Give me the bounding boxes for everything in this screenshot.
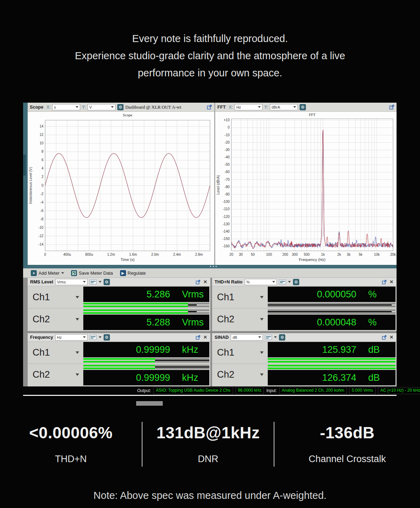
meter-display: 5.286Vrms: [83, 287, 209, 302]
channel-selector[interactable]: Ch2: [212, 309, 268, 330]
close-icon[interactable]: ✕: [389, 335, 394, 340]
channel-selector[interactable]: Ch1: [212, 287, 268, 308]
close-icon[interactable]: ✕: [203, 279, 208, 284]
fft-panel-header: FFT X: Hz Y: dBrA ⚙: [215, 103, 397, 112]
display-mode-icon[interactable]: [265, 335, 272, 340]
svg-text:+10: +10: [224, 118, 230, 122]
channel-selector[interactable]: Ch2: [28, 309, 83, 330]
svg-text:-80: -80: [225, 185, 230, 189]
scope-y-unit-select[interactable]: V: [88, 104, 115, 110]
plot-area: Scope X: s Y: V ⚙ Dashboard @ XLR OUT A-…: [23, 103, 397, 265]
svg-text:20: 20: [229, 253, 233, 256]
dock-handle[interactable]: [23, 155, 26, 176]
svg-text:0: 0: [41, 184, 43, 187]
meter-display: 125.937dB: [268, 342, 396, 357]
svg-text:-160: -160: [223, 244, 230, 248]
fft-y-unit-select[interactable]: dBrA: [270, 104, 298, 110]
svg-text:50: 50: [251, 253, 255, 256]
output-label: Output:: [137, 388, 151, 393]
svg-text:8: 8: [41, 150, 43, 153]
gear-icon[interactable]: ⚙: [117, 104, 124, 110]
channel-row: Ch1 0.000050%: [212, 287, 397, 308]
svg-text:-110: -110: [223, 207, 230, 211]
meter-unit-select[interactable]: dB: [231, 334, 263, 341]
chevron-down-icon: [61, 272, 64, 274]
popout-icon[interactable]: [196, 335, 201, 340]
channel-row: Ch1 0.99999kHz: [28, 342, 210, 363]
level-bar: [268, 365, 396, 369]
gear-icon[interactable]: ⚙: [300, 104, 306, 110]
channel-selector[interactable]: Ch1: [28, 342, 83, 363]
close-icon[interactable]: ✕: [389, 279, 394, 284]
regulate-button[interactable]: ▶ Regulate: [118, 269, 148, 277]
chevron-down-icon: [99, 336, 102, 338]
svg-text:2k: 2k: [337, 253, 342, 256]
svg-text:3k: 3k: [347, 253, 351, 256]
svg-text:10: 10: [40, 141, 44, 145]
gear-icon[interactable]: ⚙: [293, 279, 299, 285]
svg-text:-10: -10: [38, 226, 44, 229]
svg-text:Frequency (Hz): Frequency (Hz): [299, 258, 326, 262]
y-axis-label: Y:: [82, 105, 86, 110]
close-icon[interactable]: ✕: [203, 335, 208, 340]
gear-icon[interactable]: ⚙: [279, 334, 285, 341]
svg-text:-100: -100: [223, 200, 230, 204]
meter-unit-select[interactable]: Vrms: [55, 279, 88, 285]
add-meter-button[interactable]: + Add Meter: [29, 269, 66, 277]
scope-x-unit-select[interactable]: s: [52, 104, 80, 110]
meters-area: RMS Level Vrms ⚙ ✕ Ch1 5.286Vrms: [23, 278, 397, 386]
svg-text:10k: 10k: [374, 253, 380, 256]
meter-display: 0.99999kHz: [83, 370, 209, 385]
save-meter-data-button[interactable]: Save Meter Data: [69, 269, 115, 277]
plus-icon: +: [31, 270, 37, 276]
headline-line-3: performance in your own space.: [0, 64, 420, 82]
display-mode-icon[interactable]: [90, 335, 97, 340]
level-bar: [83, 303, 209, 307]
svg-text:Scope: Scope: [123, 113, 132, 117]
spec-value: -136dB: [320, 423, 374, 442]
popout-icon[interactable]: [382, 335, 387, 340]
headline: Every note is faithfully reproduced. Exp…: [0, 0, 420, 82]
svg-text:1k: 1k: [321, 253, 325, 256]
svg-text:2.0m: 2.0m: [151, 253, 159, 256]
channel-selector[interactable]: Ch1: [28, 287, 83, 308]
channel-row: Ch2 0.000048%: [212, 308, 397, 330]
svg-text:100: 100: [266, 253, 272, 256]
svg-text:500: 500: [304, 253, 310, 256]
meter-unit-select[interactable]: %: [245, 279, 277, 285]
x-axis-label: X:: [229, 105, 233, 110]
chevron-down-icon: [293, 106, 296, 108]
svg-text:-40: -40: [225, 155, 230, 159]
svg-text:-30: -30: [225, 148, 230, 152]
meter-title: THD+N Ratio: [215, 279, 243, 284]
chevron-down-icon: [274, 336, 277, 338]
popout-icon[interactable]: [389, 104, 394, 110]
channel-selector[interactable]: Ch2: [28, 364, 83, 385]
svg-text:-150: -150: [223, 237, 230, 241]
play-icon: ▶: [120, 270, 126, 276]
popout-icon[interactable]: [382, 280, 387, 284]
display-mode-icon[interactable]: [279, 280, 286, 284]
meter-unit-select[interactable]: Hz: [55, 334, 88, 341]
svg-text:-12: -12: [38, 234, 44, 238]
meter-display: 0.000048%: [268, 315, 396, 330]
svg-text:200: 200: [282, 253, 288, 256]
fft-x-unit-select[interactable]: Hz: [234, 104, 262, 110]
splitter-bar[interactable]: [23, 265, 397, 268]
channel-selector[interactable]: Ch2: [212, 364, 268, 385]
gear-icon[interactable]: ⚙: [104, 334, 110, 341]
display-mode-icon[interactable]: [90, 280, 97, 284]
level-bar: [83, 365, 209, 369]
popout-icon[interactable]: [207, 104, 212, 110]
y-axis-label: Y:: [264, 105, 268, 110]
level-bar: [268, 303, 396, 307]
input-device-value: Analog Balanced 2 Ch, 200 kohm: [279, 387, 347, 394]
gear-icon[interactable]: ⚙: [104, 279, 110, 285]
svg-text:2: 2: [41, 175, 43, 179]
svg-text:Level (dBrA): Level (dBrA): [216, 175, 220, 195]
channel-selector[interactable]: Ch1: [212, 342, 268, 363]
popout-icon[interactable]: [196, 280, 201, 284]
chevron-down-icon: [99, 281, 102, 283]
meter-toolbar: + Add Meter Save Meter Data ▶ Regulate: [23, 268, 397, 278]
meter-title: RMS Level: [30, 279, 53, 284]
